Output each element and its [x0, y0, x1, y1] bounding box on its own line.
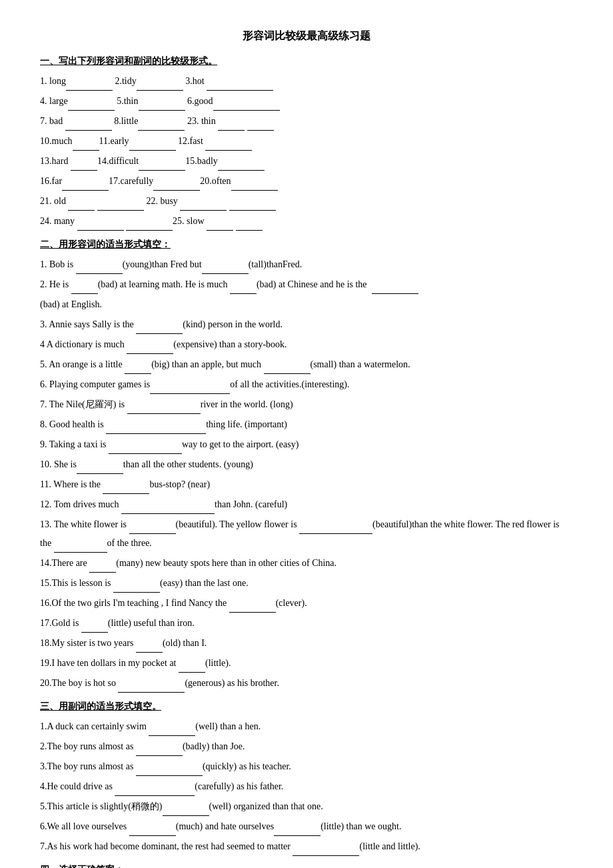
blank	[274, 825, 320, 836]
blank	[97, 200, 144, 211]
blank	[149, 725, 195, 736]
q2-16: 16.Of the two girls I'm teaching , I fin…	[40, 594, 573, 613]
section1-content: 1. long 2.tidy 3.hot 4. large 5.thin 6.g…	[40, 72, 573, 231]
section2: 二、用形容词的适当形式填空： 1. Bob is (young)than Fre…	[40, 236, 573, 693]
blank	[136, 765, 203, 776]
q2-4: 4 A dictionary is much (expensive) than …	[40, 335, 573, 354]
blank	[136, 745, 183, 756]
blank	[207, 80, 273, 91]
blank	[154, 403, 201, 414]
blank	[133, 423, 159, 434]
q2-1: 1. Bob is (young)than Fred but(tall)than…	[40, 255, 573, 274]
blank	[247, 120, 274, 131]
blank	[65, 120, 112, 131]
blank	[76, 263, 123, 274]
blank	[136, 642, 163, 653]
blank	[89, 562, 116, 573]
blank	[115, 785, 195, 796]
blank	[137, 80, 183, 91]
blank	[230, 283, 257, 294]
blank	[68, 200, 95, 211]
blank	[66, 80, 113, 91]
blank	[159, 423, 206, 434]
blank	[180, 200, 227, 211]
q3-3: 3.The boy runs almost as (quickly) as hi…	[40, 757, 573, 776]
line-3: 7. bad 8.little 23. thin	[40, 112, 573, 131]
line-2: 4. large 5.thin 6.good	[40, 92, 573, 111]
blank	[127, 343, 173, 354]
blank	[77, 220, 124, 231]
line-4: 10.much11.early 12.fast	[40, 132, 573, 151]
q3-4: 4.He could drive as (carefully) as his f…	[40, 777, 573, 796]
blank	[103, 483, 149, 494]
blank	[136, 323, 183, 334]
q2-17: 17.Gold is (little) useful than iron.	[40, 614, 573, 633]
q2-7: 7. The Nile(尼羅河) is river in the world. …	[40, 395, 573, 414]
q2-20: 20.The boy is hot so (generous) as his b…	[40, 674, 573, 693]
q3-1: 1.A duck can certainly swim (well) than …	[40, 717, 573, 736]
blank	[68, 100, 115, 111]
q2-8: 8. Good health is thing life. (important…	[40, 415, 573, 434]
blank	[203, 383, 230, 394]
blank	[113, 582, 160, 593]
blank	[81, 622, 108, 633]
page-title: 形容词比较级最高级练习题	[40, 27, 573, 46]
blank	[73, 140, 99, 151]
blank	[139, 100, 185, 111]
blank	[236, 220, 263, 231]
blank	[293, 845, 359, 856]
blank	[71, 283, 98, 294]
q2-11: 11. Where is the bus-stop? (near)	[40, 475, 573, 494]
blank	[299, 523, 326, 534]
blank	[150, 383, 177, 394]
line-6: 16.far17.carefully20.often	[40, 172, 573, 191]
blank	[129, 825, 176, 836]
section2-heading: 二、用形容词的适当形式填空：	[40, 236, 573, 253]
blank	[213, 100, 280, 111]
blank	[218, 160, 265, 171]
blank	[135, 443, 182, 454]
section3-heading: 三、用副词的适当形式填空。	[40, 698, 573, 715]
section4: 四、选择正确答案： 1. She is than . A. busier / u…	[40, 861, 573, 868]
q2-19: 19.I have ten dollars in my pocket at (l…	[40, 654, 573, 673]
blank	[264, 363, 310, 374]
blank	[229, 200, 276, 211]
line-8: 24. many 25. slow	[40, 212, 573, 231]
blank	[372, 283, 418, 294]
q2-15: 15.This is lesson is (easy) than the las…	[40, 574, 573, 593]
q3-6: 6.We all love ourselves (much) and hate …	[40, 817, 573, 836]
line-5: 13.hard 14.difficult15.badly	[40, 152, 573, 171]
blank	[153, 180, 200, 191]
q2-2b: (bad) at English.	[40, 295, 573, 314]
blank	[207, 220, 233, 231]
blank	[202, 263, 249, 274]
blank	[118, 682, 185, 693]
section1-heading: 一、写出下列形容词和副词的比较级形式。	[40, 53, 573, 69]
blank	[81, 542, 107, 553]
blank	[326, 523, 372, 534]
q2-6: 6. Playing computer games isof all the a…	[40, 375, 573, 394]
blank	[138, 120, 185, 131]
section3-content: 1.A duck can certainly swim (well) than …	[40, 717, 573, 856]
section3: 三、用副词的适当形式填空。 1.A duck can certainly swi…	[40, 698, 573, 856]
blank	[54, 542, 81, 553]
blank	[121, 503, 168, 514]
blank	[126, 220, 173, 231]
blank	[179, 662, 205, 673]
blank	[163, 805, 209, 816]
q2-5: 5. An orange is a little (big) than an a…	[40, 355, 573, 374]
q2-3: 3. Annie says Sally is the (kind) person…	[40, 315, 573, 334]
blank	[62, 180, 109, 191]
section1: 一、写出下列形容词和副词的比较级形式。 1. long 2.tidy 3.hot…	[40, 53, 573, 231]
blank	[205, 140, 252, 151]
blank	[106, 423, 133, 434]
q2-18: 18.My sister is two years (old) than I.	[40, 634, 573, 653]
blank	[168, 503, 215, 514]
q2-14: 14.There are (many) new beauty spots her…	[40, 554, 573, 573]
blank	[229, 602, 276, 613]
blank	[129, 523, 176, 534]
q2-9: 9. Taking a taxi is way to get to the ai…	[40, 435, 573, 454]
q3-2: 2.The boy runs almost as (badly) than Jo…	[40, 737, 573, 756]
blank	[125, 363, 151, 374]
blank	[129, 140, 176, 151]
